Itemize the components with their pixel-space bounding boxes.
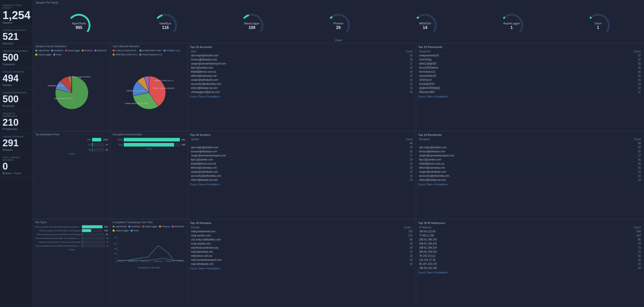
- file-type-track: [82, 237, 105, 240]
- svg-text:1: 1: [597, 25, 599, 30]
- file-types-title: File Types: [35, 221, 108, 224]
- compilation-svg: 1700-01-01 1900-01-01 2100-01-01 2300-01…: [113, 233, 185, 266]
- dest-port-value: 24: [106, 149, 108, 151]
- table-cell-count: 16: [371, 158, 413, 162]
- recipients-export-raw[interactable]: Raw: [427, 183, 432, 186]
- senders-export-raw[interactable]: Raw: [199, 183, 204, 186]
- table-cell-key: us2.smtp.mailhostbox.com: [190, 237, 358, 241]
- dest-ports-panel: Top Destination Ports 587 1363 21 47 20 …: [33, 131, 110, 219]
- table-row: 208.91.199.22370: [418, 250, 642, 254]
- right-tables-section: Top 10 Accounts User Count star-origin@s…: [188, 43, 644, 307]
- recipients-table: Recipient Count 49star-origin@strykeir.c…: [418, 137, 642, 182]
- table-cell-key: 208.91.199.223: [418, 250, 573, 254]
- table-cell-key: mail.seltrabank.com: [190, 262, 358, 266]
- sidebar: Samples Total Count 1,254 Samples Unique…: [0, 0, 33, 307]
- passwords-export-formatted[interactable]: Formatted: [435, 95, 446, 98]
- table-cell-key: accounts2@oilexindia.com: [190, 82, 371, 86]
- table-cell-count: 16: [371, 162, 413, 166]
- table-cell-key: brooyui@larbaxpo.com: [418, 150, 599, 154]
- svg-text:NAMECHEAP-NET (31.35%): NAMECHEAP-NET (31.35%): [125, 103, 148, 105]
- count-axis-label: Count: [36, 39, 641, 42]
- passwords-export-raw[interactable]: Raw: [427, 95, 432, 98]
- table-cell-key: star-origin@strykeir.com: [418, 146, 599, 150]
- table-cell-key: wassodedon22: [418, 74, 580, 78]
- domains-export-formatted[interactable]: Formatted: [206, 267, 218, 270]
- dest-port-track: [92, 148, 104, 152]
- accounts-table: User Count star-origin@strykeir.com33bro…: [190, 50, 414, 94]
- dest-port-value: 1363: [103, 138, 108, 141]
- sidebar-stat-4: Unique Recipients 500 Recipients: [0, 89, 33, 110]
- comp-legend-masslogger: MassLogger: [142, 225, 158, 228]
- table-cell-count: 18: [358, 258, 414, 262]
- top10-senders-panel: Top 10 Senders Sender Count 48star-origi…: [188, 131, 416, 219]
- accounts-export-raw[interactable]: Raw: [199, 95, 204, 98]
- file-type-value: 382: [104, 229, 108, 232]
- file-type-bar: Composite Document File V2 Document, MSI…: [35, 240, 108, 244]
- stat-value-7: 0: [3, 161, 30, 172]
- table-cell-key: ranger@seltrabank.com: [418, 170, 599, 174]
- domains-export-raw[interactable]: Raw: [199, 267, 204, 270]
- table-cell-count: 32: [371, 58, 413, 62]
- table-cell-key: smtp.strykeir.com: [190, 241, 358, 246]
- encrypted-bar: false 661: [113, 138, 185, 141]
- table-cell-key: accounts2@oilexindia.com: [418, 174, 599, 178]
- sidebar-stat-1: Unique Accounts 521 Accounts: [0, 27, 33, 48]
- svg-text:1900-01-01: 1900-01-01: [128, 261, 137, 262]
- file-type-value: 2: [107, 241, 108, 243]
- svg-text:109: 109: [249, 25, 255, 30]
- svg-text:14: 14: [423, 25, 427, 30]
- table-cell-key: ranger@canvanatransport.com: [418, 154, 599, 158]
- table-cell-count: 124: [358, 233, 414, 237]
- table-cell-key: ikechukwu112: [418, 70, 580, 74]
- svg-text:800: 800: [114, 236, 117, 238]
- svg-text:Orion: Orion: [595, 22, 602, 25]
- file-type-bar: PE32 executable (GUI) Intel 80386, for M…: [35, 229, 108, 232]
- encrypted-bars: false 661 true 593: [113, 138, 185, 147]
- table-cell-count: 13: [371, 174, 413, 178]
- dest-port-label: 21: [35, 143, 91, 146]
- table-row: khalid@besco.com.sa16: [190, 70, 414, 74]
- dest-ports-bars: 587 1363 21 47 20 24: [35, 138, 108, 152]
- file-type-bar: PE32 executable (console) Intel 80386, f…: [35, 233, 108, 236]
- accounts-count-header: Count: [371, 50, 413, 54]
- ips-export-formatted[interactable]: Formatted: [435, 271, 446, 274]
- table-cell-count: 36: [358, 241, 414, 246]
- family-legend-agenttesla: AgentTesla: [35, 49, 49, 52]
- table-cell-count: 16: [599, 158, 642, 162]
- sidebar-stat-6: Unique Domains 291 Domains: [0, 133, 33, 154]
- table-cell-count: 13: [371, 178, 413, 182]
- table-cell-count: 79: [572, 241, 642, 246]
- recipients-export-formatted[interactable]: Formatted: [435, 183, 446, 186]
- family-legend-hawkeye: HawkEye: [51, 49, 63, 52]
- table-row: 78.142.19.11132: [418, 254, 642, 258]
- file-type-label: PE32 executable (GUI) Intel 80386, for M…: [35, 230, 81, 232]
- stat-label-bottom-3: Senders: [3, 84, 30, 87]
- table-cell-key: accounts2@oilexindia.com: [190, 174, 371, 178]
- gauge-svg-0: AgentTesla 985: [65, 11, 93, 32]
- table-cell-key: ranger@canvanatransport.com: [190, 154, 371, 158]
- table-row: eileen@blowtac-tw.com13: [190, 86, 414, 90]
- stat-label-bottom-4: Recipients: [3, 105, 30, 107]
- table-row: ranger@canvanatransport.com17: [418, 154, 642, 158]
- table-cell-key: eileen@blowtac-tw.com: [190, 86, 371, 90]
- table-row: billions@cairoways.me15: [190, 74, 414, 78]
- top10-accounts-panel: Top 10 Accounts User Count star-origin@s…: [188, 43, 416, 131]
- table-cell-key: 162.241.27.33: [418, 258, 573, 262]
- table-row: 162.241.27.3326: [418, 258, 642, 262]
- table-row: mail.flood-protection.org24: [190, 246, 414, 250]
- accounts-export-formatted[interactable]: Formatted: [206, 95, 218, 98]
- networks-pie-svg: PUBLIC-DOMAIN-REGISTRY (40.62%) NAMECHEA…: [124, 74, 175, 112]
- table-row: besco2020admin16: [418, 66, 642, 70]
- senders-export-formatted[interactable]: Formatted: [206, 183, 218, 186]
- table-cell-count: 24: [572, 262, 642, 266]
- ips-export-raw[interactable]: Raw: [427, 271, 432, 274]
- table-row: newpassword21637: [418, 54, 642, 58]
- table-cell-key: khalid@besco.com.sa: [190, 162, 371, 166]
- table-cell-key: Whyworry90#: [418, 90, 580, 94]
- stat-value-1: 521: [3, 31, 30, 42]
- dest-port-value: 47: [106, 143, 108, 146]
- table-cell-count: 16: [579, 70, 642, 74]
- passwords-export: Export: Raw ▾ Formatted ▾: [418, 95, 642, 98]
- domains-count-header: Count ↓: [358, 225, 414, 230]
- encrypted-fill: [124, 143, 174, 147]
